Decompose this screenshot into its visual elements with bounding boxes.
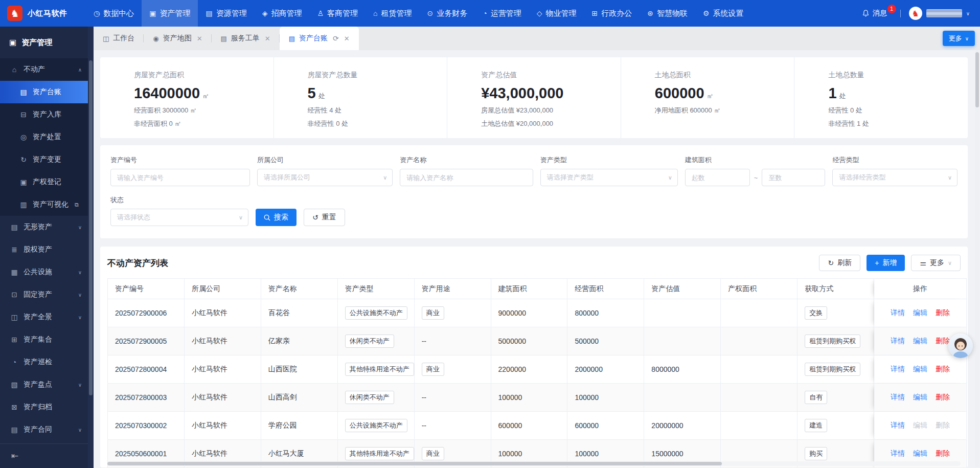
- edit-link[interactable]: 编辑: [913, 308, 927, 318]
- collapse-sidebar-icon: ⇤: [11, 451, 18, 461]
- delete-link[interactable]: 删除: [936, 337, 950, 346]
- edit-link[interactable]: 编辑: [913, 365, 927, 374]
- sidebar-collapse-button[interactable]: ⇤: [0, 443, 88, 468]
- tabbar-more-button[interactable]: 更多 ∨: [943, 31, 975, 46]
- stat-subline: 净用地面积 600000 ㎡: [655, 106, 789, 115]
- sliders-icon: ⚌: [920, 259, 926, 266]
- sidebar-title-label: 资产管理: [21, 38, 52, 48]
- delete-link[interactable]: 删除: [936, 449, 950, 458]
- cell-type: 公共设施类不动产: [338, 299, 415, 327]
- sidebar-item-资产盘点[interactable]: ▧资产盘点∨: [0, 373, 88, 396]
- detail-link[interactable]: 详情: [891, 393, 905, 402]
- sidebar-item-资产集合[interactable]: ⊞资产集合: [0, 328, 88, 351]
- filter-label-asset-name: 资产名称: [400, 155, 533, 165]
- delete-link[interactable]: 删除: [936, 308, 950, 318]
- list-more-button[interactable]: ⚌ 更多 ∨: [911, 255, 961, 271]
- page-vertical-scrollbar[interactable]: [975, 50, 979, 467]
- nav-item-招商管理[interactable]: ◈招商管理: [255, 0, 310, 27]
- external-link-icon: ⧉: [75, 202, 79, 208]
- sidebar-item-股权资产[interactable]: ≣股权资产: [0, 238, 88, 261]
- sidebar-item-无形资产[interactable]: ▤无形资产∨: [0, 216, 88, 238]
- delete-link[interactable]: 删除: [936, 365, 950, 374]
- scrollbar-thumb[interactable]: [89, 60, 93, 395]
- sidebar-item-label: 资产变更: [33, 155, 61, 164]
- horizontal-scrollbar[interactable]: [107, 461, 961, 466]
- status-select[interactable]: 请选择状态 ∨: [110, 209, 248, 226]
- edit-link[interactable]: 编辑: [913, 393, 927, 402]
- sidebar-item-不动产[interactable]: ⌂不动产∧: [0, 58, 88, 81]
- cell-acquisition: 租赁到期购买权: [797, 355, 874, 384]
- column-header-操作: 操作: [874, 279, 967, 299]
- content-left-scrollbar[interactable]: [88, 27, 94, 468]
- stat-label: 土地总面积: [655, 71, 789, 80]
- tab-close-icon[interactable]: ✕: [344, 35, 350, 42]
- delete-link[interactable]: 删除: [936, 393, 950, 402]
- stat-unit: 处: [318, 92, 325, 101]
- tab-close-icon[interactable]: ✕: [197, 35, 202, 42]
- messages-button[interactable]: 消息 1: [862, 9, 892, 18]
- tab-资产地图[interactable]: ◉资产地图✕: [144, 27, 211, 50]
- user-menu[interactable]: ♞ ∨: [909, 7, 970, 20]
- assistant-avatar[interactable]: [948, 333, 973, 358]
- nav-item-资源管理[interactable]: ▤资源管理: [198, 0, 254, 27]
- sidebar-item-产权登记[interactable]: ▣产权登记: [0, 171, 88, 193]
- chevron-down-icon: ∨: [78, 225, 82, 230]
- sidebar-item-固定资产[interactable]: ⊡固定资产∨: [0, 283, 88, 306]
- sidebar-item-资产合同[interactable]: ▤资产合同∨: [0, 418, 88, 441]
- asset-type-select[interactable]: 请选择资产类型 ∨: [540, 169, 678, 186]
- refresh-button[interactable]: ↻ 刷新: [819, 255, 860, 271]
- detail-link[interactable]: 详情: [891, 421, 905, 430]
- operating-type-select[interactable]: 请选择经营类型 ∨: [832, 169, 958, 186]
- building-area-to-input[interactable]: [762, 169, 825, 186]
- stat-label: 房屋资产总数量: [308, 71, 442, 80]
- sidebar-item-资产处置[interactable]: ◎资产处置: [0, 126, 88, 148]
- add-button[interactable]: + 新增: [867, 255, 905, 271]
- nav-item-数据中心[interactable]: ◷数据中心: [86, 0, 142, 27]
- detail-link[interactable]: 详情: [891, 337, 905, 346]
- scrollbar-thumb[interactable]: [975, 52, 979, 107]
- nav-item-运营管理[interactable]: ◔运营管理: [475, 0, 529, 27]
- value-tag: 建造: [805, 419, 827, 432]
- detail-link[interactable]: 详情: [891, 308, 905, 318]
- sidebar-item-资产巡检[interactable]: ◔资产巡检: [0, 351, 88, 373]
- tab-close-icon[interactable]: ✕: [265, 35, 270, 42]
- nav-item-智慧物联[interactable]: ⊛智慧物联: [640, 0, 695, 27]
- building-area-from-input[interactable]: [685, 169, 750, 186]
- sidebar-item-公共设施[interactable]: ▦公共设施∨: [0, 261, 88, 283]
- sidebar-item-label: 不动产: [24, 65, 45, 74]
- tab-工作台[interactable]: ◫工作台: [94, 27, 144, 50]
- fixed-asset-icon: ⊡: [10, 291, 18, 299]
- nav-item-label: 租赁管理: [381, 9, 412, 18]
- nav-item-业务财务[interactable]: ⊙业务财务: [420, 0, 475, 27]
- sidebar-item-资产入库[interactable]: ⊟资产入库: [0, 103, 88, 126]
- tab-服务工单[interactable]: ▤服务工单✕: [212, 27, 280, 50]
- sidebar-item-资产归档[interactable]: ⊠资产归档: [0, 396, 88, 418]
- cell-property-area: [721, 412, 797, 440]
- sidebar-item-资产台账[interactable]: ▤资产台账: [0, 81, 88, 103]
- scrollbar-thumb[interactable]: [107, 462, 722, 465]
- nav-item-系统设置[interactable]: ⚙系统设置: [695, 0, 751, 27]
- sidebar-menu: ⌂不动产∧▤资产台账⊟资产入库◎资产处置↻资产变更▣产权登记▥资产可视化⧉▤无形…: [0, 58, 88, 441]
- search-button[interactable]: 搜索: [256, 209, 297, 226]
- sidebar-item-资产变更[interactable]: ↻资产变更: [0, 148, 88, 171]
- nav-item-租赁管理[interactable]: ⌂租赁管理: [366, 0, 419, 27]
- detail-link[interactable]: 详情: [891, 365, 905, 374]
- nav-item-资产管理[interactable]: ▣资产管理: [142, 0, 198, 27]
- company-select[interactable]: 请选择所属公司 ∨: [257, 169, 393, 186]
- asset-no-input[interactable]: [110, 169, 250, 186]
- reset-button[interactable]: ↺ 重置: [304, 209, 345, 226]
- stat-value: ¥43,000,000: [481, 85, 616, 102]
- asset-name-input[interactable]: [400, 169, 533, 186]
- edit-link[interactable]: 编辑: [913, 449, 927, 458]
- nav-item-行政办公[interactable]: ⊞行政办公: [584, 0, 640, 27]
- sidebar-item-资产全景[interactable]: ◫资产全景∨: [0, 306, 88, 328]
- tab-refresh-icon[interactable]: ⟳: [333, 34, 339, 42]
- nav-item-客商管理[interactable]: ♙客商管理: [309, 0, 366, 27]
- detail-link[interactable]: 详情: [891, 449, 905, 458]
- nav-item-物业管理[interactable]: ◇物业管理: [529, 0, 584, 27]
- sidebar-item-label: 资产合同: [24, 425, 52, 434]
- stat-subline: 经营面积 3000000 ㎡: [134, 106, 268, 115]
- tab-资产台账[interactable]: ▤资产台账⟳✕: [280, 27, 359, 50]
- edit-link[interactable]: 编辑: [913, 337, 927, 346]
- sidebar-item-资产可视化[interactable]: ▥资产可视化⧉: [0, 193, 88, 216]
